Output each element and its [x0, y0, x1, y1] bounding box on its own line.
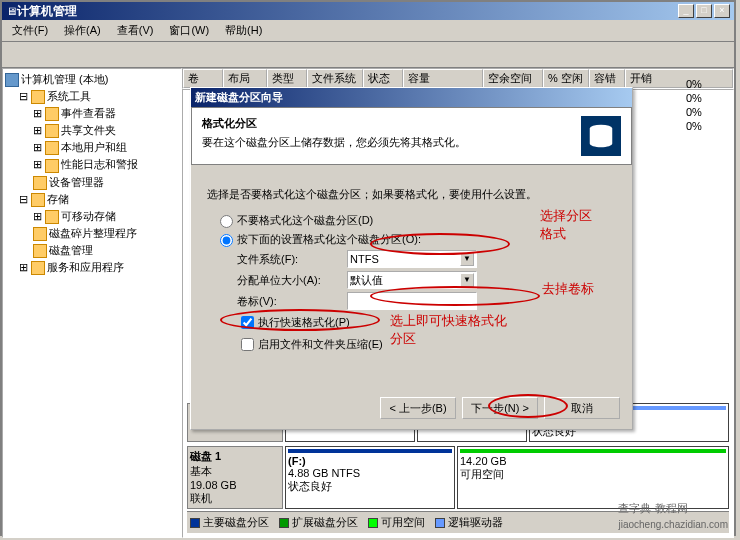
col-status[interactable]: 状态 — [363, 69, 403, 88]
cancel-button[interactable]: 取消 — [544, 397, 620, 419]
format-wizard-dialog: 新建磁盘分区向导 格式化分区 要在这个磁盘分区上储存数据，您必须先将其格式化。 … — [190, 87, 633, 430]
swatch-free — [368, 518, 378, 528]
folder-icon — [31, 90, 45, 104]
pct-column: 0%0%0%0% — [684, 77, 730, 133]
watermark: 查字典 教程网jiaocheng.chazidian.com — [618, 500, 728, 532]
event-icon — [45, 107, 59, 121]
tree-storage[interactable]: ⊟ 存储 — [5, 191, 179, 208]
alloc-label: 分配单位大小(A): — [237, 273, 347, 288]
maximize-button[interactable]: □ — [696, 4, 712, 18]
col-layout[interactable]: 布局 — [223, 69, 267, 88]
share-icon — [45, 124, 59, 138]
col-free[interactable]: 空余空间 — [483, 69, 543, 88]
defrag-icon — [33, 227, 47, 241]
perf-icon — [45, 159, 59, 173]
menu-action[interactable]: 操作(A) — [58, 22, 107, 39]
vol-label: 卷标(V): — [237, 294, 347, 309]
radio-format[interactable] — [220, 234, 233, 247]
radio-no-format[interactable] — [220, 215, 233, 228]
col-type[interactable]: 类型 — [267, 69, 307, 88]
tree-removable[interactable]: ⊞ 可移动存储 — [5, 208, 179, 225]
col-fs[interactable]: 文件系统 — [307, 69, 363, 88]
disk-icon-large — [581, 116, 621, 156]
swatch-primary — [190, 518, 200, 528]
col-pct[interactable]: % 空闲 — [543, 69, 589, 88]
dialog-sub: 要在这个磁盘分区上储存数据，您必须先将其格式化。 — [202, 136, 466, 148]
tree-users[interactable]: ⊞ 本地用户和组 — [5, 139, 179, 156]
close-button[interactable]: × — [714, 4, 730, 18]
col-cap[interactable]: 容量 — [403, 69, 483, 88]
tree-defrag[interactable]: 磁盘碎片整理程序 — [5, 225, 179, 242]
menu-window[interactable]: 窗口(W) — [163, 22, 215, 39]
tree-event[interactable]: ⊞ 事件查看器 — [5, 105, 179, 122]
vol-input[interactable] — [347, 292, 477, 310]
dialog-heading: 格式化分区 — [202, 116, 466, 131]
disk-icon — [33, 244, 47, 258]
fs-label: 文件系统(F): — [237, 252, 347, 267]
device-icon — [33, 176, 47, 190]
col-ft[interactable]: 容错 — [589, 69, 625, 88]
app-titlebar: 🖥 计算机管理 _ □ × — [2, 2, 734, 20]
services-icon — [31, 261, 45, 275]
tree-diskmgmt[interactable]: 磁盘管理 — [5, 242, 179, 259]
toolbar — [2, 42, 734, 68]
tree-services[interactable]: ⊞ 服务和应用程序 — [5, 259, 179, 276]
app-icon: 🖥 — [6, 5, 17, 17]
removable-icon — [45, 210, 59, 224]
users-icon — [45, 141, 59, 155]
alloc-dropdown[interactable]: 默认值▼ — [347, 271, 477, 289]
computer-icon — [5, 73, 19, 87]
list-header: 卷 布局 类型 文件系统 状态 容量 空余空间 % 空闲 容错 开销 — [182, 68, 734, 89]
chevron-down-icon: ▼ — [460, 252, 474, 266]
disk1-part-f[interactable]: (F:) 4.88 GB NTFS 状态良好 — [285, 446, 455, 509]
dialog-title: 新建磁盘分区向导 — [191, 88, 632, 107]
tree-perf[interactable]: ⊞ 性能日志和警报 — [5, 156, 179, 173]
menu-view[interactable]: 查看(V) — [111, 22, 160, 39]
col-vol[interactable]: 卷 — [183, 69, 223, 88]
back-button[interactable]: < 上一步(B) — [380, 397, 456, 419]
tree-pane: 计算机管理 (本地) ⊟ 系统工具 ⊞ 事件查看器 ⊞ 共享文件夹 ⊞ 本地用户… — [2, 68, 182, 538]
tree-root[interactable]: 计算机管理 (本地) — [5, 71, 179, 88]
dialog-prompt: 选择是否要格式化这个磁盘分区；如果要格式化，要使用什么设置。 — [207, 187, 616, 202]
tree-sys[interactable]: ⊟ 系统工具 — [5, 88, 179, 105]
swatch-ext — [279, 518, 289, 528]
disk1-label[interactable]: 磁盘 1 基本 19.08 GB 联机 — [187, 446, 283, 509]
next-button[interactable]: 下一步(N) > — [462, 397, 538, 419]
swatch-logical — [435, 518, 445, 528]
chevron-down-icon: ▼ — [460, 273, 474, 287]
tree-share[interactable]: ⊞ 共享文件夹 — [5, 122, 179, 139]
menu-help[interactable]: 帮助(H) — [219, 22, 268, 39]
minimize-button[interactable]: _ — [678, 4, 694, 18]
menu-file[interactable]: 文件(F) — [6, 22, 54, 39]
quick-format-checkbox[interactable] — [241, 316, 254, 329]
menubar: 文件(F) 操作(A) 查看(V) 窗口(W) 帮助(H) — [2, 20, 734, 42]
tree-device[interactable]: 设备管理器 — [5, 174, 179, 191]
fs-dropdown[interactable]: NTFS▼ — [347, 250, 477, 268]
window-title: 计算机管理 — [17, 3, 676, 20]
storage-icon — [31, 193, 45, 207]
compress-checkbox[interactable] — [241, 338, 254, 351]
